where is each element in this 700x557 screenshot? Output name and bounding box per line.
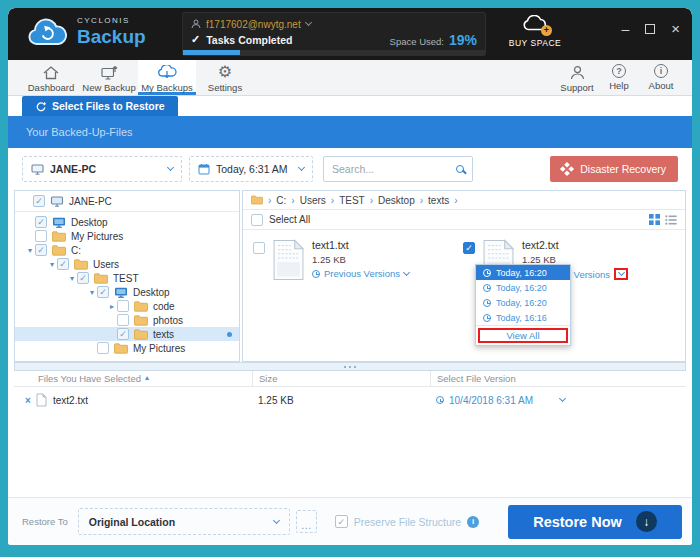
grid-view-icon[interactable] <box>649 214 660 225</box>
folder-icon <box>52 231 66 242</box>
search-box[interactable] <box>323 156 473 182</box>
tree-item-texts[interactable]: texts <box>15 327 239 341</box>
utility-label: Support <box>560 82 593 93</box>
checkbox[interactable] <box>97 286 109 298</box>
breadcrumb-item[interactable]: texts <box>428 195 449 206</box>
file-grid: text1.txt 1.25 KB Previous Versions <box>243 230 685 290</box>
buy-space-button[interactable]: + BUY SPACE <box>506 15 564 48</box>
file-name: text2.txt <box>522 239 628 251</box>
search-icon[interactable] <box>456 165 464 173</box>
close-button[interactable]: × <box>671 23 680 35</box>
chevron-down-icon <box>167 164 174 171</box>
version-option[interactable]: Today, 16:20 <box>476 265 570 280</box>
browse-location-button[interactable]: … <box>296 510 317 533</box>
tree-item-code[interactable]: ▸ code <box>15 299 239 313</box>
expand-arrow[interactable]: ▾ <box>87 288 97 297</box>
tree-item-users[interactable]: ▾ Users <box>15 257 239 271</box>
checkbox[interactable] <box>57 258 69 270</box>
disaster-recovery-button[interactable]: Disaster Recovery <box>550 156 678 182</box>
tree-separator <box>15 211 239 212</box>
column-header-version[interactable]: Select File Version <box>430 371 686 386</box>
account-email[interactable]: f1717602@nwytg.net <box>206 19 301 30</box>
version-value[interactable]: 10/4/2018 6:31 AM <box>449 395 533 406</box>
expand-arrow[interactable]: ▾ <box>47 260 57 269</box>
previous-versions-link[interactable]: Previous Versions <box>312 268 409 279</box>
space-used-value: 19% <box>449 32 477 48</box>
tree-item-desktop[interactable]: Desktop <box>15 215 239 229</box>
space-used: Space Used: 19% <box>390 32 477 48</box>
remove-file-button[interactable]: × <box>20 395 36 406</box>
person-icon <box>569 63 586 80</box>
chevron-down-icon[interactable] <box>403 268 410 275</box>
checkbox[interactable] <box>35 244 47 256</box>
disaster-recovery-label: Disaster Recovery <box>580 163 666 175</box>
breadcrumb-item[interactable]: TEST <box>339 195 365 206</box>
about-button[interactable]: i About <box>640 60 682 95</box>
version-option-label: Today, 16:20 <box>496 268 547 278</box>
date-selector[interactable]: Today, 6:31 AM <box>189 156 313 182</box>
tree-item-my-pictures[interactable]: My Pictures <box>15 229 239 243</box>
annotation-box-chevron <box>614 268 628 280</box>
tree-item-c-drive[interactable]: ▾ C: <box>15 243 239 257</box>
chevron-down-icon[interactable] <box>305 19 312 26</box>
tab-dashboard[interactable]: Dashboard <box>22 60 80 95</box>
breadcrumb-item[interactable]: C: <box>276 195 286 206</box>
checkbox[interactable] <box>97 342 109 354</box>
tab-settings[interactable]: ⚙ Settings <box>196 60 254 95</box>
buy-space-cloud-icon: + <box>522 15 548 35</box>
checkbox[interactable] <box>35 216 47 228</box>
tree-item-my-pictures-nested[interactable]: My Pictures <box>15 341 239 355</box>
device-selector[interactable]: JANE-PC <box>22 156 182 182</box>
help-button[interactable]: ? Help <box>598 60 640 95</box>
support-button[interactable]: Support <box>556 60 598 95</box>
breadcrumb-separator: › <box>268 195 271 206</box>
tree-item-desktop-nested[interactable]: ▾ Desktop <box>15 285 239 299</box>
file-checkbox[interactable] <box>463 242 475 254</box>
tab-select-files-to-restore[interactable]: Select Files to Restore <box>22 96 178 116</box>
tree-item-photos[interactable]: photos <box>15 313 239 327</box>
checkbox[interactable] <box>35 230 47 242</box>
clock-icon <box>436 396 444 404</box>
chevron-down-icon[interactable] <box>559 395 566 402</box>
checkbox[interactable] <box>117 328 129 340</box>
expand-arrow[interactable]: ▾ <box>67 274 77 283</box>
sort-caret-icon: ▴ <box>145 373 149 382</box>
restore-now-button[interactable]: Restore Now ↓ <box>508 505 682 539</box>
version-option[interactable]: Today, 16:20 <box>476 295 570 310</box>
table-row-text2: × text2.txt 1.25 KB 10/4/2018 6:31 AM <box>14 390 686 410</box>
tab-new-backup[interactable]: New Backup <box>80 60 138 95</box>
desktop-icon <box>52 217 66 228</box>
maximize-button[interactable] <box>645 24 655 34</box>
tree-item-label: JANE-PC <box>69 196 112 207</box>
breadcrumb-item[interactable]: Users <box>300 195 326 206</box>
tree-item-test[interactable]: ▾ TEST <box>15 271 239 285</box>
file-checkbox[interactable] <box>253 242 265 254</box>
preserve-structure-checkbox[interactable] <box>335 515 348 528</box>
select-all-checkbox[interactable] <box>251 214 263 226</box>
restore-location-dropdown[interactable]: Original Location <box>78 508 290 535</box>
version-option[interactable]: Today, 16:16 <box>476 310 570 325</box>
breadcrumb-item[interactable]: Desktop <box>378 195 415 206</box>
minimize-button[interactable]: – <box>621 24 629 34</box>
checkbox[interactable] <box>117 314 129 326</box>
checkbox[interactable] <box>117 300 129 312</box>
chevron-down-icon <box>273 516 280 523</box>
column-header-size[interactable]: Size <box>252 371 430 386</box>
column-header-files[interactable]: Files You Have Selected ▴ <box>14 371 252 386</box>
checkbox[interactable] <box>77 272 89 284</box>
panel-splitter[interactable] <box>14 362 686 371</box>
tree-item-label: photos <box>153 315 183 326</box>
tree-item-jane-pc[interactable]: JANE-PC <box>15 194 239 208</box>
checkbox[interactable] <box>33 195 45 207</box>
list-view-icon[interactable] <box>665 215 677 225</box>
file-info: text1.txt 1.25 KB Previous Versions <box>312 239 409 281</box>
view-all-button[interactable]: View All <box>478 328 568 343</box>
info-icon[interactable]: i <box>467 516 479 528</box>
expand-arrow[interactable]: ▸ <box>107 302 117 311</box>
expand-arrow[interactable]: ▾ <box>25 246 35 255</box>
tab-my-backups[interactable]: My Backups <box>138 60 196 95</box>
search-input[interactable] <box>332 163 456 175</box>
version-option[interactable]: Today, 16:20 <box>476 280 570 295</box>
account-row[interactable]: f1717602@nwytg.net <box>191 17 477 31</box>
chevron-down-icon[interactable] <box>618 269 625 276</box>
